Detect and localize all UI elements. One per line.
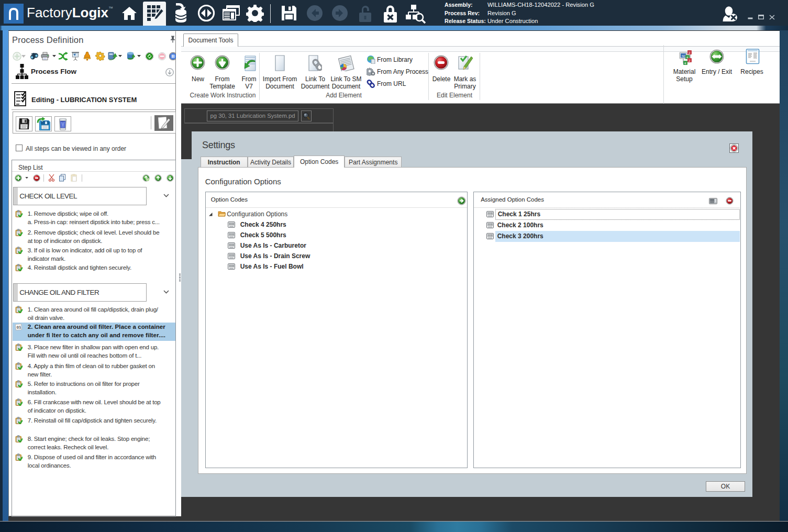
svg-text:01: 01: [17, 325, 21, 330]
